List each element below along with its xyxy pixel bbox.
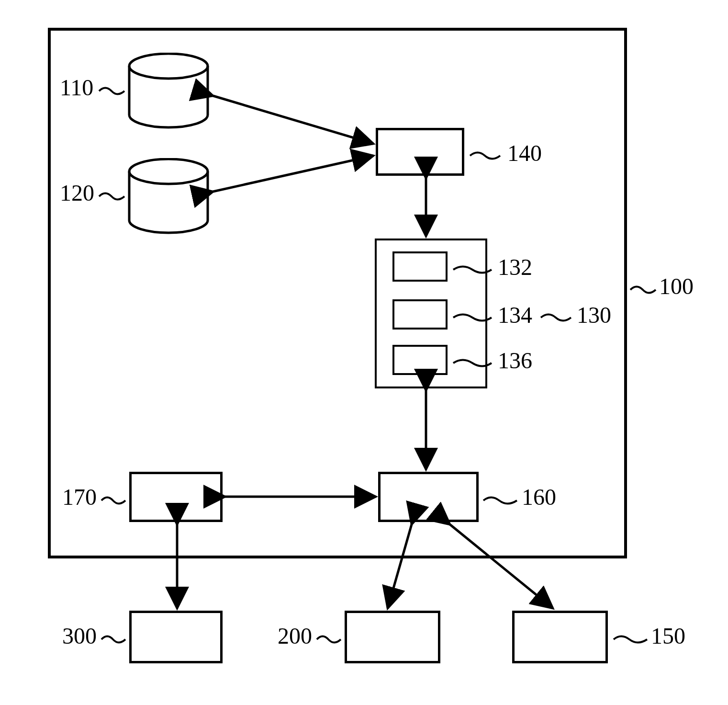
leader-200: [316, 632, 342, 647]
leader-140: [469, 148, 503, 163]
svg-line-9: [450, 524, 553, 608]
leader-160: [482, 493, 518, 508]
label-130: 130: [577, 302, 611, 328]
svg-line-3: [213, 156, 373, 192]
label-160: 160: [522, 484, 556, 510]
label-134: 134: [498, 302, 532, 328]
svg-line-2: [213, 96, 373, 144]
leader-300: [101, 632, 127, 647]
leader-100: [629, 283, 658, 297]
leader-130: [540, 310, 573, 325]
label-110: 110: [60, 74, 93, 101]
leader-120: [98, 189, 127, 204]
label-200: 200: [278, 623, 312, 649]
label-140: 140: [507, 140, 542, 166]
arrow-110-140: [0, 0, 728, 705]
leader-170: [101, 493, 127, 508]
label-132: 132: [498, 254, 532, 280]
leader-150: [613, 632, 649, 647]
leader-132: [452, 262, 493, 277]
label-170: 170: [62, 484, 97, 510]
leader-110: [98, 84, 127, 98]
leader-134: [452, 310, 493, 325]
label-150: 150: [651, 623, 685, 649]
label-120: 120: [60, 180, 94, 206]
label-300: 300: [62, 623, 97, 649]
label-100: 100: [659, 273, 694, 299]
label-136: 136: [498, 347, 532, 374]
leader-136: [452, 356, 493, 370]
svg-line-8: [388, 524, 412, 608]
